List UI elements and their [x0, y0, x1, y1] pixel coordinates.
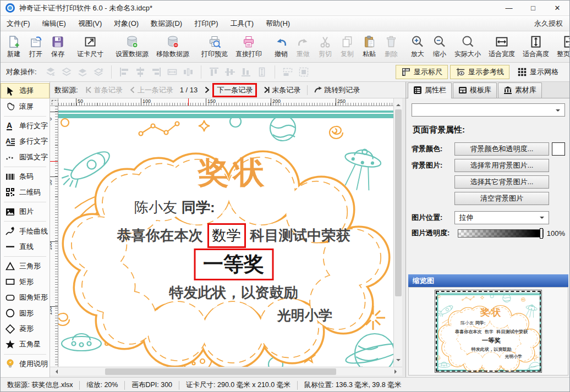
new-button[interactable]: 新建: [3, 33, 25, 60]
encourage-line[interactable]: 特发此状，以资鼓励: [472, 346, 512, 352]
move-layer-down-icon[interactable]: [92, 66, 105, 78]
close-button[interactable]: ✕: [545, 1, 569, 15]
award-line[interactable]: 一等奖: [194, 249, 273, 280]
school-signature[interactable]: 光明小学: [505, 354, 522, 359]
choose-common-bg-button[interactable]: 选择常用背景图片...: [454, 159, 549, 172]
tool-diamond[interactable]: 菱形: [1, 321, 50, 336]
bring-to-front-icon[interactable]: [45, 66, 57, 78]
align-middle-icon[interactable]: [224, 66, 236, 78]
tool-barcode[interactable]: 条码: [1, 169, 50, 184]
next-record-button[interactable]: 下一条记录: [202, 82, 259, 98]
menu-tools[interactable]: 工具(T): [224, 16, 260, 31]
help-button[interactable]: 使用说明: [1, 356, 50, 372]
bg-color-swatch[interactable]: [552, 142, 565, 156]
congrats-line[interactable]: 恭喜你在本次 数学 科目测试中荣获: [117, 223, 350, 248]
encourage-line[interactable]: 特发此状，以资鼓励: [169, 283, 298, 302]
congrats-line[interactable]: 恭喜你在本次 数学 科目测试中荣获: [455, 328, 528, 335]
tab-material-library[interactable]: 素材库: [498, 82, 542, 98]
choose-other-bg-button[interactable]: 选择其它背景图片...: [454, 175, 549, 189]
h-distribute-icon[interactable]: [182, 66, 194, 78]
menu-edit[interactable]: 编辑(E): [36, 16, 72, 31]
award-line[interactable]: 一等奖: [479, 336, 504, 346]
fit-width-button[interactable]: 适合宽度: [485, 33, 519, 60]
tool-circle[interactable]: 圆形: [1, 305, 50, 321]
undo-button[interactable]: 撤销: [270, 33, 292, 60]
recipient-line[interactable]: 陈小友同学:: [461, 320, 486, 326]
minimize-button[interactable]: —: [497, 1, 521, 15]
tool-multi-line-text[interactable]: A 多行文字: [1, 134, 50, 149]
copy-button[interactable]: 复制: [336, 33, 358, 60]
menu-print[interactable]: 打印(P): [188, 16, 224, 31]
tool-image[interactable]: 图片: [1, 204, 50, 219]
clear-bg-button[interactable]: 清空背景图片: [454, 192, 549, 205]
horizontal-scrollbar[interactable]: [50, 367, 402, 376]
align-bottom-icon[interactable]: [240, 66, 252, 78]
certificate-title[interactable]: 奖状: [198, 152, 270, 194]
send-to-back-icon[interactable]: [61, 66, 73, 78]
same-width-icon[interactable]: [282, 66, 294, 78]
tool-arc-text[interactable]: 圆弧文字: [1, 150, 50, 165]
direct-print-button[interactable]: 直接打印: [232, 33, 266, 60]
same-size-icon[interactable]: [298, 66, 310, 78]
show-guides-toggle[interactable]: 显示参考线: [450, 65, 509, 79]
move-layer-up-icon[interactable]: [76, 66, 89, 78]
delete-button[interactable]: 删除: [380, 33, 402, 60]
certificate-title[interactable]: 奖状: [480, 306, 502, 319]
show-ruler-toggle[interactable]: 显示标尺: [396, 65, 448, 79]
tool-rounded-rect[interactable]: 圆角矩形: [1, 290, 50, 305]
tool-triangle[interactable]: 三角形: [1, 258, 50, 274]
maximize-button[interactable]: □: [521, 1, 545, 15]
vertical-scrollbar[interactable]: [393, 98, 402, 367]
school-signature[interactable]: 光明小学: [277, 306, 332, 324]
tool-freehand-curve[interactable]: 手绘曲线: [1, 223, 50, 239]
prev-record-button[interactable]: 上一条记录: [127, 84, 176, 96]
menu-object[interactable]: 对象(O): [108, 16, 145, 31]
tool-qrcode[interactable]: 二维码: [1, 185, 50, 200]
redo-button[interactable]: 重做: [292, 33, 314, 60]
fit-height-button[interactable]: 适合高度: [519, 33, 553, 60]
print-preview-button[interactable]: 打印预览: [198, 33, 232, 60]
set-datasource-button[interactable]: 设置数据源: [112, 33, 152, 60]
zoom-out-button[interactable]: 缩小: [429, 33, 451, 60]
zoom-in-button[interactable]: 放大: [407, 33, 429, 60]
canvas-viewport[interactable]: 奖状 陈小友同学: 恭喜你在本次 数学 科目测试中荣获 一等奖 特发此状，以资鼓: [58, 106, 393, 367]
tool-single-line-text[interactable]: A 单行文字: [1, 118, 50, 134]
equal-height-icon[interactable]: [256, 66, 268, 78]
align-center-horizontal-icon[interactable]: [134, 66, 146, 78]
menu-help[interactable]: 帮助(H): [260, 16, 296, 31]
certificate-page[interactable]: 奖状 陈小友同学: 恭喜你在本次 数学 科目测试中荣获 一等奖 特发此状，以资鼓: [58, 106, 393, 367]
remove-datasource-button[interactable]: 移除数据源: [152, 33, 193, 60]
tool-star[interactable]: 五角星: [1, 336, 50, 352]
menu-view[interactable]: 视图(V): [72, 16, 108, 31]
tab-properties[interactable]: 属性栏: [408, 82, 452, 98]
actual-size-button[interactable]: 实际大小: [451, 33, 485, 60]
align-right-icon[interactable]: [150, 66, 162, 78]
thumbnail-page[interactable]: 奖状 陈小友同学: 恭喜你在本次 数学 科目测试中荣获 一等奖 特发此状，以资鼓: [435, 290, 542, 373]
align-top-icon[interactable]: [208, 66, 220, 78]
tool-rectangle[interactable]: 矩形: [1, 274, 50, 290]
tool-line[interactable]: 直线: [1, 239, 50, 255]
opacity-slider-handle[interactable]: [540, 228, 543, 239]
recipient-line[interactable]: 陈小友同学:: [134, 198, 215, 217]
last-record-button[interactable]: 末条记录: [261, 84, 303, 96]
align-left-icon[interactable]: [118, 66, 130, 78]
goto-record-button[interactable]: 跳转到记录: [312, 84, 362, 96]
first-record-button[interactable]: 首条记录: [84, 84, 125, 96]
paste-button[interactable]: 粘贴: [358, 33, 380, 60]
menu-datasource[interactable]: 数据源(D): [145, 16, 188, 31]
bg-color-button[interactable]: 背景颜色和透明度...: [454, 142, 549, 156]
save-button[interactable]: 保存: [47, 33, 69, 60]
certificate-page[interactable]: 奖状 陈小友同学: 恭喜你在本次 数学 科目测试中荣获 一等奖 特发此状，以资鼓: [437, 291, 541, 372]
card-size-button[interactable]: 证卡尺寸: [73, 33, 107, 60]
show-grid-toggle[interactable]: 显示网格: [512, 65, 564, 79]
tab-template-library[interactable]: 模板库: [453, 82, 497, 98]
cut-button[interactable]: 剪切: [314, 33, 336, 60]
tool-pan[interactable]: 滚屏: [1, 98, 50, 114]
equal-width-icon[interactable]: [166, 66, 178, 78]
menu-file[interactable]: 文件(F): [1, 16, 36, 31]
image-position-select[interactable]: 拉伸: [454, 211, 549, 224]
fit-page-button[interactable]: 整页显示: [553, 33, 570, 60]
tool-select[interactable]: 选择: [1, 83, 50, 98]
open-button[interactable]: 打开: [25, 33, 47, 60]
object-selector-combobox[interactable]: [412, 103, 565, 117]
